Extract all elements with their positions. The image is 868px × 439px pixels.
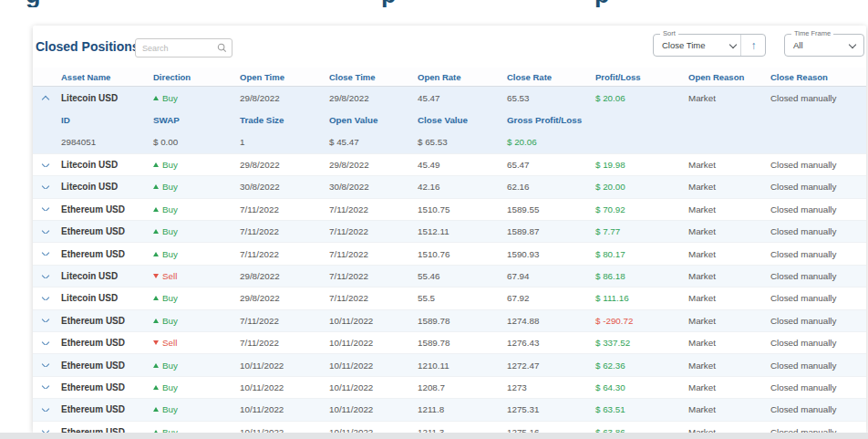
table-row[interactable]: Ethereum USD Buy 7/11/2022 7/11/2022 151… bbox=[33, 243, 866, 264]
open-reason: Market bbox=[687, 382, 769, 392]
chevron-down-icon[interactable] bbox=[42, 185, 49, 189]
open-reason: Market bbox=[687, 338, 769, 348]
search-input[interactable] bbox=[136, 44, 217, 53]
chevron-down-icon[interactable] bbox=[42, 252, 49, 256]
direction: Buy bbox=[151, 204, 238, 214]
chevron-down-icon[interactable] bbox=[42, 363, 49, 367]
chevron-down-icon[interactable] bbox=[42, 230, 49, 234]
asset-name: Litecoin USD bbox=[57, 160, 151, 170]
chevron-down-icon[interactable] bbox=[42, 408, 49, 412]
asset-name: Litecoin USD bbox=[57, 293, 151, 303]
table-row-group: Litecoin USD Buy 29/8/2022 7/11/2022 55.… bbox=[33, 287, 866, 309]
open-rate: 55.46 bbox=[416, 271, 505, 281]
chevron-down-icon[interactable] bbox=[42, 341, 49, 345]
direction-arrow-icon bbox=[153, 252, 159, 256]
table-row-group: Ethereum USD Buy 10/11/2022 10/11/2022 1… bbox=[33, 377, 866, 399]
chevron-down-icon[interactable] bbox=[42, 95, 49, 101]
asset-name: Ethereum USD bbox=[57, 226, 151, 236]
close-reason: Closed manually bbox=[769, 338, 866, 348]
open-time: 7/11/2022 bbox=[238, 249, 327, 259]
profit-loss: $ 111.16 bbox=[594, 293, 687, 303]
chevron-down-icon[interactable] bbox=[42, 319, 49, 322]
close-rate: 1273 bbox=[505, 382, 594, 392]
table-row[interactable]: Litecoin USD Buy 30/8/2022 30/8/2022 42.… bbox=[33, 176, 866, 197]
profit-loss: $ 70.92 bbox=[594, 204, 687, 214]
open-rate: 1589.78 bbox=[416, 338, 505, 348]
chevron-down-icon[interactable] bbox=[42, 163, 49, 167]
chevron-down-icon[interactable] bbox=[42, 297, 49, 300]
open-rate: 1211.8 bbox=[416, 404, 505, 414]
open-time: 7/11/2022 bbox=[238, 204, 327, 214]
table-row[interactable]: Ethereum USD Buy 10/11/2022 10/11/2022 1… bbox=[33, 377, 866, 398]
open-reason: Market bbox=[687, 226, 769, 236]
close-time: 29/8/2022 bbox=[327, 160, 416, 170]
direction: Buy bbox=[151, 249, 238, 259]
table-row[interactable]: Ethereum USD Sell 7/11/2022 10/11/2022 1… bbox=[33, 332, 866, 353]
close-time: 7/11/2022 bbox=[327, 226, 416, 236]
close-time: 30/8/2022 bbox=[327, 182, 416, 192]
time-frame-select[interactable]: All bbox=[793, 40, 803, 50]
close-time: 10/11/2022 bbox=[327, 382, 416, 392]
direction-arrow-icon bbox=[153, 229, 159, 234]
open-rate: 1510.76 bbox=[416, 249, 505, 259]
detail-col-trade-size: Trade Size bbox=[238, 115, 327, 125]
direction-arrow-icon bbox=[153, 274, 159, 278]
open-rate: 1589.78 bbox=[416, 316, 505, 326]
open-reason: Market bbox=[687, 249, 769, 259]
open-time: 29/8/2022 bbox=[238, 93, 327, 103]
profit-loss: $ 20.00 bbox=[594, 182, 687, 192]
table-row-group: Litecoin USD Sell 29/8/2022 7/11/2022 55… bbox=[33, 266, 866, 287]
table-row[interactable]: Litecoin USD Buy 29/8/2022 29/8/2022 45.… bbox=[33, 87, 866, 109]
table-row[interactable]: Ethereum USD Buy 7/11/2022 10/11/2022 15… bbox=[33, 310, 866, 331]
close-time: 10/11/2022 bbox=[327, 316, 416, 326]
direction-arrow-icon bbox=[153, 296, 159, 300]
table-row-group: Litecoin USD Buy 29/8/2022 29/8/2022 45.… bbox=[33, 87, 866, 154]
col-open-reason: Open Reason bbox=[687, 72, 769, 82]
table-row[interactable]: Litecoin USD Buy 29/8/2022 29/8/2022 45.… bbox=[33, 154, 866, 175]
detail-col-close-value: Close Value bbox=[416, 115, 505, 125]
table-row-group: Ethereum USD Sell 7/11/2022 10/11/2022 1… bbox=[33, 332, 866, 354]
table-row[interactable]: Litecoin USD Buy 29/8/2022 7/11/2022 55.… bbox=[33, 287, 866, 308]
close-rate: 1590.93 bbox=[505, 249, 594, 259]
detail-labels: ID SWAP Trade Size Open Value Close Valu… bbox=[33, 109, 866, 131]
sort-select[interactable]: Close Time bbox=[662, 40, 706, 50]
chevron-down-icon[interactable] bbox=[849, 41, 856, 48]
direction-arrow-icon bbox=[153, 363, 159, 368]
close-time: 10/11/2022 bbox=[327, 404, 416, 414]
close-rate: 1589.55 bbox=[505, 204, 594, 214]
close-reason: Closed manually bbox=[769, 316, 866, 326]
close-time: 10/11/2022 bbox=[327, 361, 416, 371]
open-time: 29/8/2022 bbox=[238, 160, 327, 170]
table-row[interactable]: Ethereum USD Buy 10/11/2022 10/11/2022 1… bbox=[33, 399, 866, 420]
table-row[interactable]: Litecoin USD Sell 29/8/2022 7/11/2022 55… bbox=[33, 266, 866, 287]
close-reason: Closed manually bbox=[769, 404, 866, 414]
open-rate: 45.49 bbox=[416, 160, 505, 170]
sort-direction-button[interactable]: ↑ bbox=[741, 35, 766, 56]
direction-arrow-icon bbox=[153, 162, 159, 167]
close-rate: 1275.31 bbox=[505, 404, 594, 414]
chevron-down-icon[interactable] bbox=[42, 207, 49, 211]
direction: Buy bbox=[151, 226, 238, 236]
col-close-reason: Close Reason bbox=[769, 72, 866, 82]
direction-arrow-icon bbox=[153, 340, 159, 345]
table-row-group: Ethereum USD Buy 7/11/2022 7/11/2022 151… bbox=[33, 199, 866, 221]
col-direction: Direction bbox=[151, 72, 238, 82]
close-rate: 1272.47 bbox=[505, 361, 594, 371]
table-row[interactable]: Ethereum USD Buy 7/11/2022 7/11/2022 151… bbox=[33, 199, 866, 220]
direction: Sell bbox=[151, 338, 238, 348]
sort-control: Sort Close Time ↑ bbox=[653, 34, 766, 57]
table-row[interactable]: Ethereum USD Buy 7/11/2022 7/11/2022 151… bbox=[33, 221, 866, 242]
close-rate: 65.47 bbox=[505, 160, 594, 170]
chevron-down-icon[interactable] bbox=[729, 41, 737, 48]
open-time: 10/11/2022 bbox=[238, 361, 327, 371]
table-row[interactable]: Ethereum USD Buy 10/11/2022 10/11/2022 1… bbox=[33, 354, 866, 375]
table-header: Asset Name Direction Open Time Close Tim… bbox=[33, 68, 866, 87]
chevron-down-icon[interactable] bbox=[42, 275, 49, 278]
open-time: 10/11/2022 bbox=[238, 404, 327, 414]
col-open-time: Open Time bbox=[238, 72, 327, 82]
open-rate: 55.5 bbox=[416, 293, 505, 303]
close-reason: Closed manually bbox=[769, 271, 866, 281]
chevron-down-icon[interactable] bbox=[42, 385, 49, 389]
profit-loss: $ -290.72 bbox=[594, 316, 687, 326]
direction-arrow-icon bbox=[153, 96, 159, 100]
